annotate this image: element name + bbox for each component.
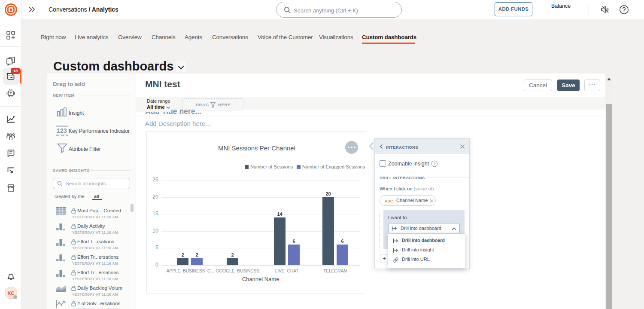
svg-text:123: 123: [57, 127, 67, 134]
svg-text:?: ?: [433, 161, 436, 166]
